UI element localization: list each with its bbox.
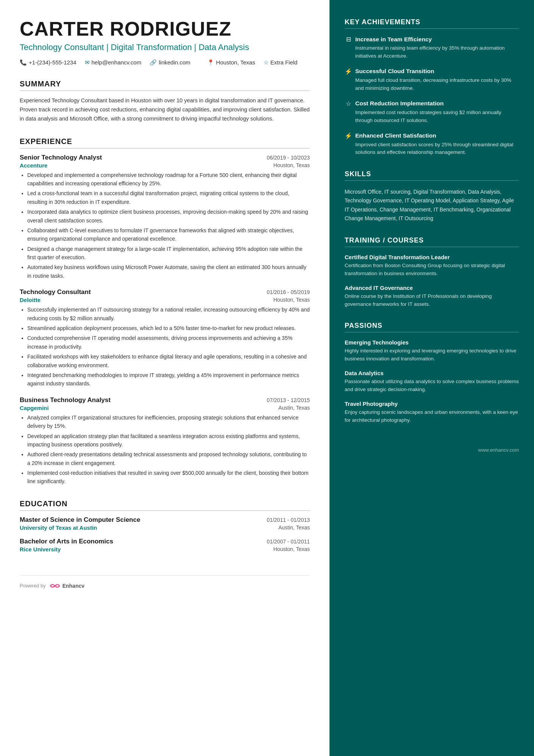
achievement-icon-3: ☆ xyxy=(345,100,352,107)
left-footer: Powered by Enhancv xyxy=(20,575,310,589)
contact-email: ✉ help@enhancv.com xyxy=(85,59,142,66)
bullet: Facilitated workshops with key stakehold… xyxy=(27,352,310,369)
edu-degree-1: Master of Science in Computer Science xyxy=(20,516,140,524)
job-location-2: Houston, Texas xyxy=(273,297,310,303)
achievement-3: ☆ Cost Reduction Implementation Implemen… xyxy=(345,100,519,125)
passion-2: Data Analytics Passionate about utilizin… xyxy=(345,370,519,394)
star-icon: ☆ xyxy=(264,59,269,66)
candidate-name: CARTER RODRIGUEZ xyxy=(20,18,310,40)
exp-entry-2: Technology Consultant 01/2016 - 05/2019 … xyxy=(20,288,310,388)
job-dates-1: 06/2019 - 10/2023 xyxy=(267,155,310,161)
passion-desc-2: Passionate about utilizing data analytic… xyxy=(345,378,519,394)
education-section-title: EDUCATION xyxy=(20,499,310,511)
training-title-2: Advanced IT Governance xyxy=(345,285,519,291)
achievement-desc-1: Instrumental in raising team efficiency … xyxy=(345,44,519,60)
job-bullets-1: Developed and implemented a comprehensiv… xyxy=(20,171,310,280)
powered-by-label: Powered by xyxy=(20,583,46,589)
bullet: Designed a change management strategy fo… xyxy=(27,245,310,262)
achievement-1: ⊟ Increase in Team Efficiency Instrument… xyxy=(345,36,519,60)
achievement-desc-2: Managed full cloud transition, decreasin… xyxy=(345,77,519,92)
edu-degree-2: Bachelor of Arts in Economics xyxy=(20,538,113,545)
bullet: Analyzed complex IT organizational struc… xyxy=(27,413,310,430)
bullet: Incorporated data analytics to optimize … xyxy=(27,208,310,225)
email-icon: ✉ xyxy=(85,59,90,66)
job-title-3: Business Technology Analyst xyxy=(20,396,111,404)
bullet: Successfully implemented an IT outsourci… xyxy=(27,305,310,322)
bullet: Conducted comprehensive IT operating mod… xyxy=(27,334,310,351)
job-title-2: Technology Consultant xyxy=(20,288,91,296)
job-dates-2: 01/2016 - 05/2019 xyxy=(267,289,310,295)
bullet: Developed and implemented a comprehensiv… xyxy=(27,171,310,188)
bullet: Developed an application strategy plan t… xyxy=(27,432,310,449)
job-company-2: Deloitte xyxy=(20,297,41,303)
edu-entry-1: Master of Science in Computer Science 01… xyxy=(20,516,310,531)
right-column: KEY ACHIEVEMENTS ⊟ Increase in Team Effi… xyxy=(329,0,534,756)
training-title-1: Certified Digital Transformation Leader xyxy=(345,254,519,260)
contact-phone: 📞 +1-(234)-555-1234 xyxy=(20,59,77,66)
bullet: Integrated benchmarking methodologies to… xyxy=(27,371,310,388)
contact-location: 📍 Houston, Texas xyxy=(207,59,255,66)
passion-title-2: Data Analytics xyxy=(345,370,519,376)
bullet: Streamlined application deployment proce… xyxy=(27,324,310,332)
skills-section-title: SKILLS xyxy=(345,170,519,181)
exp-entry-3: Business Technology Analyst 07/2013 - 12… xyxy=(20,396,310,486)
job-bullets-2: Successfully implemented an IT outsourci… xyxy=(20,305,310,388)
contact-linkedin: 🔗 linkedin.com xyxy=(150,59,190,66)
achievement-title-4: Enhanced Client Satisfaction xyxy=(355,132,436,139)
training-desc-2: Online course by the Institution of IT P… xyxy=(345,293,519,308)
training-section-title: TRAINING / COURSES xyxy=(345,236,519,247)
training-1: Certified Digital Transformation Leader … xyxy=(345,254,519,278)
achievement-4: ⚡ Enhanced Client Satisfaction Improved … xyxy=(345,132,519,157)
passion-title-3: Travel Photography xyxy=(345,401,519,407)
job-dates-3: 07/2013 - 12/2015 xyxy=(267,397,310,403)
key-achievements-title: KEY ACHIEVEMENTS xyxy=(345,18,519,29)
edu-school-2: Rice University xyxy=(20,546,61,553)
achievement-desc-3: Implemented cost reduction strategies sa… xyxy=(345,109,519,125)
training-desc-1: Certification from Boston Consulting Gro… xyxy=(345,262,519,278)
edu-school-1: University of Texas at Austin xyxy=(20,524,97,531)
bullet: Authored client-ready presentations deta… xyxy=(27,450,310,467)
link-icon: 🔗 xyxy=(150,59,157,66)
location-icon: 📍 xyxy=(207,59,214,66)
right-footer: www.enhancv.com xyxy=(345,447,519,453)
achievement-icon-2: ⚡ xyxy=(345,68,352,75)
contact-extra: ☆ Extra Field xyxy=(264,59,298,66)
passion-desc-3: Enjoy capturing scenic landscapes and ur… xyxy=(345,409,519,424)
achievement-desc-4: Improved client satisfaction scores by 2… xyxy=(345,141,519,157)
edu-dates-2: 01/2007 - 01/2011 xyxy=(267,538,310,545)
skills-text: Microsoft Office, IT sourcing, Digital T… xyxy=(345,188,519,222)
achievement-2: ⚡ Successful Cloud Transition Managed fu… xyxy=(345,68,519,92)
edu-location-1: Austin, Texas xyxy=(278,524,310,531)
passion-3: Travel Photography Enjoy capturing sceni… xyxy=(345,401,519,424)
bullet: Implemented cost-reduction initiatives t… xyxy=(27,469,310,486)
edu-location-2: Houston, Texas xyxy=(273,546,310,553)
job-location-1: Houston, Texas xyxy=(273,162,310,169)
job-location-3: Austin, Texas xyxy=(278,405,310,411)
passions-section-title: PASSIONS xyxy=(345,322,519,332)
training-2: Advanced IT Governance Online course by … xyxy=(345,285,519,308)
enhancv-brand: Enhancv xyxy=(62,583,84,589)
achievement-icon-4: ⚡ xyxy=(345,132,352,139)
bullet: Automated key business workflows using M… xyxy=(27,263,310,280)
achievement-title-2: Successful Cloud Transition xyxy=(355,68,434,75)
summary-text: Experienced Technology Consultant based … xyxy=(20,96,310,124)
phone-icon: 📞 xyxy=(20,59,27,66)
job-company-1: Accenture xyxy=(20,162,47,169)
contact-row: 📞 +1-(234)-555-1234 ✉ help@enhancv.com 🔗… xyxy=(20,59,310,66)
edu-dates-1: 01/2011 - 01/2013 xyxy=(267,517,310,523)
enhancv-logo: Enhancv xyxy=(50,582,84,589)
achievement-title-3: Cost Reduction Implementation xyxy=(355,100,443,107)
passion-desc-1: Highly interested in exploring and lever… xyxy=(345,347,519,363)
candidate-title: Technology Consultant | Digital Transfor… xyxy=(20,42,310,53)
job-company-3: Capgemini xyxy=(20,405,49,411)
achievement-icon-1: ⊟ xyxy=(345,36,352,43)
job-title-1: Senior Technology Analyst xyxy=(20,154,102,161)
summary-section-title: SUMMARY xyxy=(20,80,310,91)
exp-entry-1: Senior Technology Analyst 06/2019 - 10/2… xyxy=(20,154,310,280)
passion-1: Emerging Technologies Highly interested … xyxy=(345,339,519,363)
experience-section-title: EXPERIENCE xyxy=(20,137,310,149)
edu-entry-2: Bachelor of Arts in Economics 01/2007 - … xyxy=(20,538,310,553)
bullet: Collaborated with C-level executives to … xyxy=(27,226,310,243)
job-bullets-3: Analyzed complex IT organizational struc… xyxy=(20,413,310,486)
bullet: Led a cross-functional team in a success… xyxy=(27,189,310,206)
